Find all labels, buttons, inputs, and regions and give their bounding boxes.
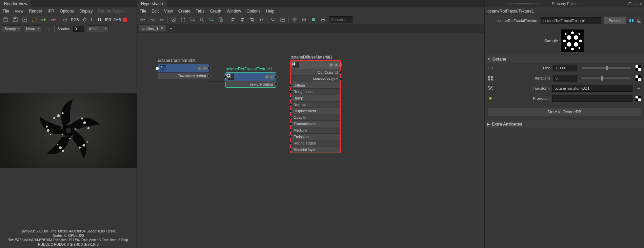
input-medium[interactable]: Medium [291, 127, 340, 133]
node-diffuse-material[interactable]: octaneDiffuseMaterial1 S≡ Out Color Mate… [290, 60, 341, 153]
input-port[interactable] [289, 96, 292, 100]
doc-tab-untitled[interactable]: Untitled_1 ✕ [139, 25, 166, 31]
graph-remove-icon[interactable] [198, 16, 206, 23]
iterations-input[interactable] [553, 75, 577, 82]
input-port[interactable] [289, 122, 292, 126]
menu-render[interactable]: Render [29, 9, 42, 14]
output-port[interactable] [207, 67, 211, 70]
node-name-input[interactable] [541, 17, 601, 24]
output-port[interactable] [339, 77, 342, 81]
input-port[interactable] [289, 135, 292, 138]
projection-map-button[interactable] [635, 95, 641, 102]
input-emission[interactable]: Emission [291, 133, 340, 140]
input-graph-icon[interactable] [139, 16, 146, 23]
io-graph-icon[interactable] [158, 16, 165, 23]
solo-badge-icon[interactable]: S [265, 75, 269, 79]
layers-icon[interactable] [44, 25, 52, 32]
time-input[interactable] [553, 65, 577, 71]
input-transmission[interactable]: Transmission [291, 120, 340, 127]
aov-dropdown[interactable]: None [24, 25, 41, 32]
input-port[interactable] [289, 103, 292, 106]
iterations-map-button[interactable] [635, 75, 641, 81]
projection-input[interactable] [552, 95, 632, 102]
menu-ipr[interactable]: IPR [48, 9, 55, 14]
sample-preview[interactable] [561, 29, 584, 53]
align-left-icon[interactable] [229, 16, 237, 23]
toggle-grid-icon[interactable] [291, 16, 298, 23]
menu-file[interactable]: File [3, 9, 9, 14]
ipr-stop-icon[interactable]: IPR [49, 16, 57, 23]
store-octanedb-button[interactable]: Store to OctaneDB [487, 108, 641, 116]
input-opacity[interactable]: Opacity [291, 114, 340, 120]
render-settings-icon[interactable] [61, 16, 69, 23]
render-region-icon[interactable] [31, 16, 38, 23]
input-port[interactable] [289, 90, 292, 93]
minimize-icon[interactable]: — [633, 2, 637, 6]
menu-badge-icon[interactable]: ≡ [270, 75, 274, 79]
menu-view[interactable]: View [15, 9, 23, 14]
input-round-edges[interactable]: Round edges [291, 140, 340, 146]
node-graph-canvas[interactable]: octaneTransform3D1 S≡ Transform output o… [137, 32, 484, 248]
node-transform3d[interactable]: octaneTransform3D1 S≡ Transform output [158, 64, 209, 79]
input-port[interactable] [289, 116, 292, 119]
exposure-icon[interactable] [81, 16, 88, 23]
align-right-icon[interactable] [248, 16, 256, 23]
rearrange-icon[interactable] [179, 16, 187, 23]
output-graph-icon[interactable] [148, 16, 156, 23]
output-port[interactable] [339, 71, 342, 74]
input-port[interactable] [289, 148, 292, 151]
output-port[interactable] [275, 75, 278, 78]
hs-menu-file[interactable]: File [140, 9, 146, 14]
input-normal[interactable]: Normal [291, 101, 340, 108]
transform-map-button[interactable] [635, 85, 641, 91]
record-icon[interactable] [123, 18, 127, 22]
hs-menu-tabs[interactable]: Tabs [196, 9, 204, 14]
open-render-icon[interactable] [2, 16, 9, 23]
shutter-input[interactable] [73, 26, 84, 32]
time-map-button[interactable] [635, 65, 641, 71]
solo-material-icon[interactable] [310, 16, 317, 23]
save-render-icon[interactable] [12, 16, 19, 23]
menu-display[interactable]: Display [79, 9, 93, 14]
input-port[interactable] [289, 129, 292, 132]
input-port[interactable] [289, 141, 292, 145]
render-icon[interactable] [21, 16, 28, 23]
input-port[interactable] [156, 67, 159, 70]
input-port[interactable] [289, 84, 292, 87]
pause-icon[interactable] [96, 16, 103, 23]
input-material-layer[interactable]: Material layer [291, 146, 340, 153]
menu-options[interactable]: Options [60, 9, 74, 14]
graph-add-sel-icon[interactable] [208, 16, 215, 23]
render-output-image[interactable] [0, 93, 137, 168]
input-bump[interactable]: Bump [291, 95, 340, 101]
close-tab-icon[interactable]: ✕ [161, 26, 164, 30]
input-displacement[interactable]: Displacement [291, 108, 340, 114]
shutter-mode-dropdown[interactable]: After [87, 25, 108, 32]
add-tab-button[interactable]: + [168, 26, 175, 31]
hs-menu-help[interactable]: Help [266, 9, 275, 14]
octane-section-header[interactable]: ▼ Octane [485, 55, 644, 63]
clear-graph-icon[interactable] [170, 16, 177, 23]
menu-badge-icon[interactable]: ≡ [334, 63, 338, 67]
hs-menu-options[interactable]: Options [246, 9, 260, 14]
graph-add-icon[interactable] [189, 16, 196, 23]
hs-menu-edit[interactable]: Edit [152, 9, 159, 14]
transform-input[interactable] [552, 85, 632, 92]
render-view-tab[interactable]: Render View [0, 0, 31, 7]
presets-button[interactable]: Presets [604, 17, 626, 24]
hs-menu-create[interactable]: Create [178, 9, 190, 14]
node-rotfractal-texture[interactable]: octaneRotFractalTexture1 S≡ Texture outp… [225, 72, 276, 88]
align-center-h-icon[interactable] [239, 16, 246, 23]
hs-menu-graph[interactable]: Graph [210, 9, 221, 14]
pass-dropdown[interactable]: Beauty [2, 25, 21, 32]
hs-menu-view[interactable]: View [164, 9, 173, 14]
extra-attributes-header[interactable]: ▶ Extra Attributes [485, 120, 644, 128]
graph-duplicate-icon[interactable] [217, 16, 225, 23]
output-port[interactable] [275, 83, 278, 86]
hypershade-search[interactable] [329, 16, 353, 23]
solo-badge-icon[interactable]: S [198, 66, 202, 70]
zoom-icon[interactable] [269, 16, 277, 23]
output-port[interactable] [339, 63, 342, 67]
restore-icon[interactable]: ❐ [628, 2, 632, 6]
hs-menu-window[interactable]: Window [227, 9, 241, 14]
